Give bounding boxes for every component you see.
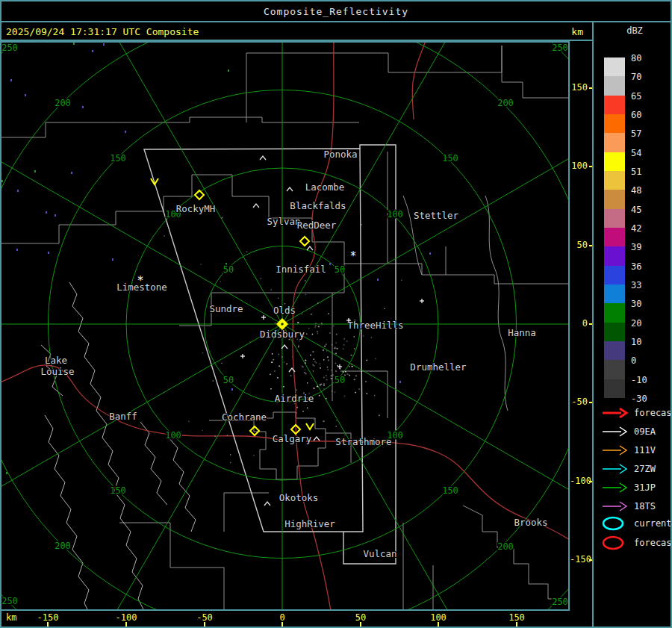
y-tick-label: 150 xyxy=(570,82,588,93)
range-label: 50 xyxy=(335,375,345,385)
clutter-dot xyxy=(297,322,299,323)
clutter-dot xyxy=(317,302,318,303)
legend-item-label: current xyxy=(634,518,672,529)
clutter-dot xyxy=(220,282,221,282)
clutter-dot xyxy=(323,349,324,351)
clutter-dot xyxy=(306,333,307,335)
clutter-dot xyxy=(317,331,317,332)
frame-line xyxy=(592,22,594,628)
range-label: 250 xyxy=(1,596,18,606)
clutter-dot xyxy=(271,361,273,363)
range-label: 200 xyxy=(497,98,514,108)
range-label: 150 xyxy=(110,153,126,164)
clutter-dot xyxy=(261,278,261,279)
county-boundary-line xyxy=(1,122,84,137)
clutter-dot xyxy=(363,335,364,337)
clutter-dot xyxy=(305,362,305,364)
y-axis: 150100500-50-100-150 xyxy=(570,41,594,611)
noise-speck xyxy=(10,79,12,81)
range-label: 100 xyxy=(387,209,403,220)
clutter-dot xyxy=(284,361,284,363)
legend-item-label: forecast xyxy=(634,408,672,418)
range-label: 150 xyxy=(442,153,458,164)
clutter-dot xyxy=(313,388,314,389)
clutter-dot xyxy=(335,370,336,372)
city-label: HighRiver xyxy=(284,518,335,529)
city-label: Brooks xyxy=(514,517,547,528)
clutter-dot xyxy=(305,294,306,295)
range-label: 200 xyxy=(55,541,71,551)
y-axis-unit-label: km xyxy=(571,26,583,37)
clutter-dot xyxy=(326,398,327,400)
track-arrow-icon xyxy=(601,479,629,496)
x-tick-label: 150 xyxy=(498,612,535,623)
clutter-dot xyxy=(249,341,250,342)
noise-speck xyxy=(55,214,56,217)
clutter-dot xyxy=(320,385,320,387)
radial-line xyxy=(282,324,506,609)
clutter-dot xyxy=(277,377,278,379)
county-boundary-line xyxy=(246,46,502,122)
clutter-dot xyxy=(349,366,349,367)
city-label: Innisfail xyxy=(276,264,326,275)
ellipse-outline xyxy=(603,517,623,529)
clutter-dot xyxy=(336,343,337,344)
clutter-dot xyxy=(337,348,337,349)
radar-app-window: Composite_Reflectivity 2025/09/24 17:31:… xyxy=(0,0,672,628)
clutter-dot xyxy=(326,350,327,352)
y-tick-label: 50 xyxy=(570,240,588,250)
legend-item-label: 18TS xyxy=(634,501,656,512)
noise-speck xyxy=(399,381,401,383)
caret-marker xyxy=(260,156,266,160)
clutter-dot xyxy=(201,264,202,264)
noise-speck xyxy=(112,258,113,261)
city-label: ThreeHills xyxy=(347,320,403,331)
clutter-dot xyxy=(352,366,353,367)
clutter-dot xyxy=(310,355,311,356)
city-label: Olds xyxy=(273,305,296,316)
clutter-dot xyxy=(270,388,271,390)
clutter-dot xyxy=(302,411,303,412)
clutter-dot xyxy=(253,455,254,456)
clutter-dot xyxy=(336,348,337,349)
x-axis: km -150-100-50050100150 xyxy=(0,611,594,628)
clutter-dot xyxy=(335,391,335,393)
x-tick-label: -150 xyxy=(29,612,66,623)
clutter-dot xyxy=(379,415,379,417)
clutter-dot xyxy=(278,298,279,299)
noise-speck xyxy=(25,94,26,96)
legend-item: 31JP xyxy=(601,479,656,496)
clutter-dot xyxy=(321,323,322,324)
noise-speck xyxy=(34,170,36,172)
city-label: RockyMH xyxy=(176,203,216,214)
city-label: Banff xyxy=(109,411,137,422)
clutter-dot xyxy=(315,323,316,324)
range-label: 50 xyxy=(223,375,234,385)
clutter-dot xyxy=(351,355,352,356)
noise-speck xyxy=(125,131,126,133)
clutter-dot xyxy=(331,375,332,376)
noise-speck xyxy=(48,252,49,254)
clutter-dot xyxy=(367,393,367,394)
clutter-dot xyxy=(320,363,320,364)
clutter-dot xyxy=(355,392,356,394)
clutter-dot xyxy=(361,224,361,225)
county-boundary-line xyxy=(403,196,422,275)
noise-speck xyxy=(17,190,19,192)
clutter-dot xyxy=(358,388,359,390)
clutter-dot xyxy=(230,454,231,455)
legend-item: 111V xyxy=(601,442,656,458)
clutter-dot xyxy=(281,356,282,358)
legend-item: forecast xyxy=(601,535,672,551)
highway-line xyxy=(412,43,426,119)
clutter-dot xyxy=(319,395,320,397)
clutter-dot xyxy=(335,363,336,364)
clutter-dot xyxy=(324,346,326,347)
range-label: 50 xyxy=(335,264,345,275)
clutter-dot xyxy=(213,380,214,381)
legend-item: 18TS xyxy=(601,498,656,514)
city-label: Calgary xyxy=(273,433,312,444)
track-arrow-icon xyxy=(601,423,629,440)
clutter-dot xyxy=(273,359,274,361)
clutter-dot xyxy=(326,343,326,345)
